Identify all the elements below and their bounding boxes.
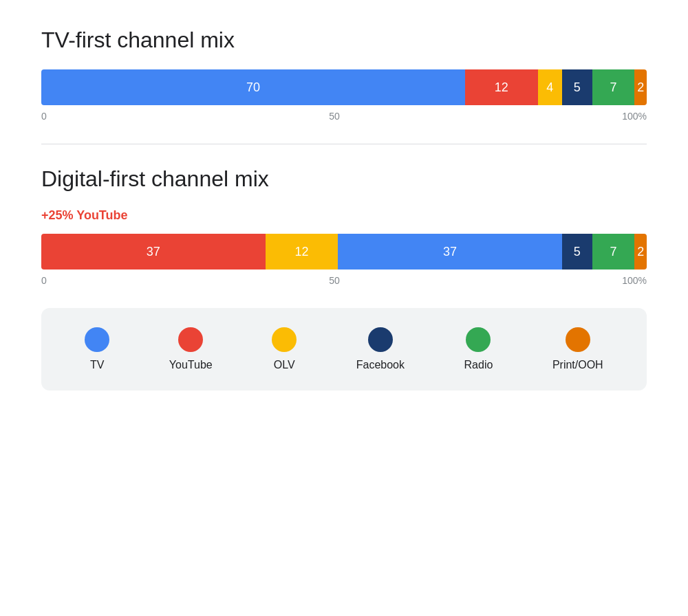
tv-first-axis: 0 50 100% <box>41 111 647 122</box>
legend-label: TV <box>90 359 104 371</box>
axis-end: 100% <box>622 111 647 122</box>
legend-label: OLV <box>274 359 295 371</box>
bar-segment: 70 <box>41 69 465 105</box>
bar-segment: 37 <box>338 234 562 270</box>
bar-segment: 37 <box>41 234 266 270</box>
digital-first-axis: 0 50 100% <box>41 275 647 286</box>
axis-start: 0 <box>41 111 47 122</box>
legend-label: Print/OOH <box>552 359 603 371</box>
legend-dot <box>85 327 109 352</box>
legend-label: YouTube <box>169 359 213 371</box>
bar-segment: 5 <box>562 69 592 105</box>
tv-first-chart: 70124572 0 50 100% <box>41 69 647 122</box>
tv-first-bar: 70124572 <box>41 69 647 105</box>
axis-mid: 50 <box>329 111 340 122</box>
legend-dot <box>466 327 491 352</box>
legend-item: YouTube <box>169 327 213 371</box>
legend-label: Facebook <box>356 359 405 371</box>
bar-segment: 7 <box>592 69 635 105</box>
digital-first-title: Digital-first channel mix <box>41 166 647 192</box>
legend-item: TV <box>85 327 109 371</box>
bar-segment: 5 <box>562 234 592 270</box>
bar-segment: 12 <box>266 234 338 270</box>
axis-mid: 50 <box>329 275 340 286</box>
bar-segment: 2 <box>634 234 647 270</box>
legend-dot <box>272 327 297 352</box>
legend-dot <box>178 327 203 352</box>
legend-item: Print/OOH <box>552 327 603 371</box>
bar-segment: 12 <box>465 69 538 105</box>
digital-first-section: Digital-first channel mix +25% YouTube 3… <box>41 166 647 286</box>
legend-item: Radio <box>464 327 493 371</box>
bar-segment: 4 <box>538 69 562 105</box>
legend-label: Radio <box>464 359 493 371</box>
tv-first-title: TV-first channel mix <box>41 28 647 53</box>
digital-first-bar: 371237572 <box>41 234 647 270</box>
tv-first-section: TV-first channel mix 70124572 0 50 100% <box>41 28 647 122</box>
digital-first-subtitle: +25% YouTube <box>41 208 647 223</box>
legend-item: OLV <box>272 327 297 371</box>
axis-end: 100% <box>622 275 647 286</box>
legend: TVYouTubeOLVFacebookRadioPrint/OOH <box>41 308 647 390</box>
digital-first-chart: 371237572 0 50 100% <box>41 234 647 286</box>
bar-segment: 7 <box>592 234 635 270</box>
section-divider <box>41 144 647 144</box>
axis-start: 0 <box>41 275 47 286</box>
bar-segment: 2 <box>634 69 647 105</box>
legend-item: Facebook <box>356 327 405 371</box>
legend-dot <box>368 327 393 352</box>
legend-dot <box>566 327 590 352</box>
